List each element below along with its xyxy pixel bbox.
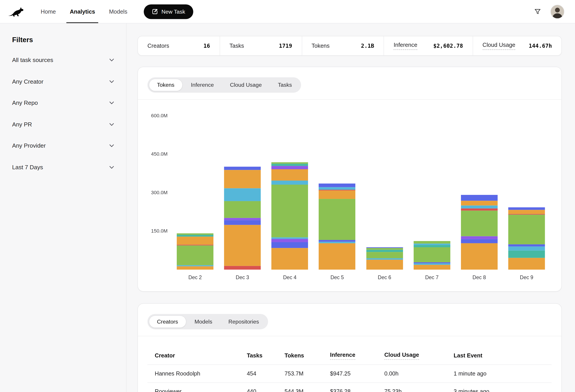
col-inference[interactable]: Inference bbox=[323, 352, 377, 360]
bar-segment-green bbox=[414, 241, 450, 243]
kangaroo-logo-icon bbox=[8, 6, 26, 17]
chart-card-header: Tokens Inference Cloud Usage Tasks bbox=[138, 67, 562, 100]
bar-segment-orange bbox=[414, 265, 450, 270]
bar-segment-orange bbox=[319, 191, 355, 199]
bar-segment-sky bbox=[319, 187, 355, 190]
breakdown-tab-repositories[interactable]: Repositories bbox=[221, 316, 267, 328]
bar-segment-teal bbox=[366, 250, 403, 252]
bar-segment-red bbox=[461, 208, 498, 211]
chevron-down-icon bbox=[109, 145, 114, 147]
breakdown-tab-models[interactable]: Models bbox=[187, 316, 220, 328]
bar-segment-purple bbox=[271, 239, 308, 242]
chart-tab-tasks[interactable]: Tasks bbox=[270, 79, 300, 91]
stat-inference: Inference $2,602.78 bbox=[384, 36, 473, 55]
col-tasks: Tasks bbox=[240, 352, 277, 359]
bar-segment-teal bbox=[414, 245, 450, 247]
x-axis-label: Dec 3 bbox=[224, 275, 261, 280]
col-last-event: Last Event bbox=[446, 352, 551, 359]
x-axis-label: Dec 8 bbox=[461, 275, 498, 280]
table-row[interactable]: Hannes Roodolph 454 753.7M $947.25 0.00h… bbox=[147, 365, 551, 383]
chevron-down-icon bbox=[109, 123, 114, 126]
filter-label: Any PR bbox=[12, 121, 32, 128]
breakdown-tab-creators[interactable]: Creators bbox=[149, 316, 186, 328]
nav-item-analytics[interactable]: Analytics bbox=[67, 0, 98, 23]
filter-repo[interactable]: Any Repo bbox=[12, 92, 114, 114]
nav-item-home[interactable]: Home bbox=[38, 0, 59, 23]
bar-dec-3[interactable] bbox=[224, 167, 261, 270]
bar-segment-orange bbox=[224, 225, 261, 266]
bar-segment-green bbox=[414, 247, 450, 262]
stat-cloud-usage: Cloud Usage 144.67h bbox=[473, 36, 561, 55]
filter-provider[interactable]: Any Provider bbox=[12, 135, 114, 156]
new-task-label: New Task bbox=[161, 8, 185, 15]
x-axis-label: Dec 6 bbox=[366, 275, 403, 280]
filter-funnel-icon[interactable] bbox=[533, 7, 542, 16]
chart-tab-cloud-usage[interactable]: Cloud Usage bbox=[222, 79, 269, 91]
table-row[interactable]: Rooviewer 440 544.3M $376.28 75.23h 3 mi… bbox=[147, 383, 551, 392]
bar-dec-8[interactable] bbox=[461, 195, 498, 270]
x-axis-label: Dec 5 bbox=[319, 275, 355, 280]
bar-segment-orange bbox=[177, 266, 213, 270]
chart-tab-inference[interactable]: Inference bbox=[183, 79, 222, 91]
new-task-button[interactable]: New Task bbox=[144, 4, 193, 19]
bar-segment-indigo bbox=[508, 207, 545, 210]
cell-tokens: 544.3M bbox=[277, 388, 323, 392]
bar-segment-green bbox=[224, 201, 261, 218]
bar-segment-purple bbox=[271, 166, 308, 169]
chevron-down-icon bbox=[109, 80, 114, 83]
bar-segment-orange bbox=[271, 169, 308, 181]
bar-segment-orange bbox=[508, 210, 545, 214]
bar-dec-9[interactable] bbox=[508, 207, 545, 270]
stat-tokens: Tokens 2.1B bbox=[302, 36, 384, 55]
cell-inference: $376.28 bbox=[323, 388, 377, 392]
x-axis-label: Dec 4 bbox=[271, 275, 308, 280]
cell-last-event: 1 minute ago bbox=[446, 370, 551, 377]
bar-segment-indigo bbox=[461, 239, 498, 243]
cell-last-event: 3 minutes ago bbox=[446, 388, 551, 392]
app-root: Home Analytics Models New Task bbox=[0, 0, 575, 392]
kangaroo-logo[interactable] bbox=[7, 5, 26, 18]
chart-tab-tokens[interactable]: Tokens bbox=[149, 79, 182, 91]
bar-segment-red bbox=[224, 266, 261, 270]
bar-segment-sky bbox=[508, 247, 545, 251]
chart-plot: 150.0M300.0M450.0M600.0MDec 2Dec 3Dec 4D… bbox=[138, 100, 562, 292]
bar-segment-sky bbox=[224, 188, 261, 201]
nav-item-models[interactable]: Models bbox=[106, 0, 131, 23]
bar-segment-sky bbox=[271, 181, 308, 185]
cell-creator: Rooviewer bbox=[147, 388, 239, 392]
bar-segment-green bbox=[508, 215, 545, 244]
bar-dec-6[interactable] bbox=[366, 247, 403, 270]
col-tokens: Tokens bbox=[277, 352, 323, 359]
bar-segment-teal bbox=[271, 164, 308, 166]
bar-segment-indigo bbox=[271, 242, 308, 248]
bar-segment-green bbox=[271, 185, 308, 238]
bar-segment-orange bbox=[224, 170, 261, 188]
bar-segment-indigo bbox=[319, 183, 355, 187]
bar-dec-7[interactable] bbox=[414, 241, 450, 270]
bar-segment-green bbox=[177, 245, 213, 265]
bar-segment-sky bbox=[414, 243, 450, 245]
filter-creator[interactable]: Any Creator bbox=[12, 71, 114, 92]
navbar-right bbox=[533, 5, 575, 19]
bar-segment-purple bbox=[461, 236, 498, 239]
filter-task-sources[interactable]: All task sources bbox=[12, 49, 114, 71]
bar-segment-indigo bbox=[224, 220, 261, 225]
stat-cloud-usage-value: 144.67h bbox=[529, 43, 552, 49]
col-cloud-usage[interactable]: Cloud Usage bbox=[377, 352, 446, 360]
col-creator: Creator bbox=[147, 352, 239, 359]
bar-segment-green bbox=[366, 252, 403, 259]
stat-cloud-usage-label[interactable]: Cloud Usage bbox=[482, 42, 515, 50]
bar-dec-2[interactable] bbox=[177, 234, 213, 270]
user-avatar[interactable] bbox=[551, 5, 564, 19]
filter-pr[interactable]: Any PR bbox=[12, 114, 114, 135]
bar-segment-indigo bbox=[319, 240, 355, 242]
stat-inference-label[interactable]: Inference bbox=[394, 42, 417, 50]
filters-sidebar: Filters All task sources Any Creator Any… bbox=[0, 23, 127, 392]
cell-inference: $947.25 bbox=[323, 370, 377, 377]
creators-table: Creator Tasks Tokens Inference Cloud Usa… bbox=[138, 336, 562, 392]
bar-segment-indigo bbox=[508, 245, 545, 247]
filter-date-range[interactable]: Last 7 Days bbox=[12, 156, 114, 178]
bar-dec-5[interactable] bbox=[319, 183, 355, 270]
chevron-down-icon bbox=[109, 101, 114, 104]
bar-dec-4[interactable] bbox=[271, 163, 308, 270]
